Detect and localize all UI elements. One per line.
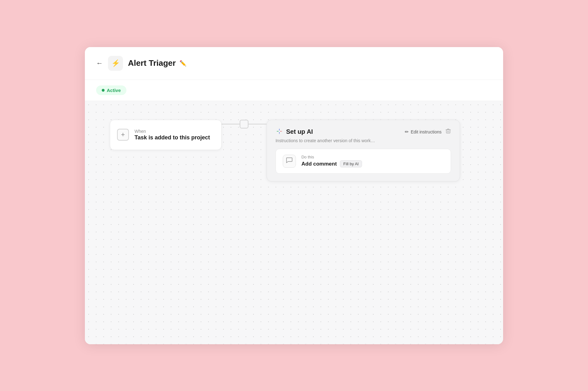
page-title: Alert Triager	[128, 58, 176, 68]
do-this-label: Do this	[301, 155, 362, 159]
edit-instructions-icon: ✏	[405, 129, 409, 135]
workflow-canvas: + When Task is added to this project	[85, 101, 503, 344]
trigger-action-label: Task is added to this project	[135, 134, 210, 141]
app-icon-box: ⚡	[108, 56, 123, 71]
add-icon: +	[121, 131, 125, 139]
ai-card: Set up AI ✏ Edit instructions	[267, 120, 460, 181]
back-button[interactable]: ←	[96, 59, 103, 67]
sparkle-icon	[276, 128, 283, 136]
connector-line-left	[222, 124, 240, 124]
ai-card-title-row: Set up AI	[276, 128, 313, 136]
trash-icon	[445, 129, 451, 135]
comment-icon-box	[283, 155, 296, 168]
trigger-card: + When Task is added to this project	[110, 120, 222, 150]
status-bar: Active	[85, 80, 503, 101]
app-window: ← ⚡ Alert Triager ✏️ Active + When Task …	[85, 47, 503, 344]
ai-card-actions: ✏ Edit instructions	[405, 128, 451, 135]
active-dot	[102, 89, 105, 92]
header: ← ⚡ Alert Triager ✏️	[85, 47, 503, 80]
ai-card-title: Set up AI	[286, 128, 313, 135]
do-this-card: Do this Add comment Fill by AI	[276, 149, 451, 174]
lightning-icon: ⚡	[111, 59, 120, 67]
add-trigger-button[interactable]: +	[117, 129, 129, 141]
title-edit-icon[interactable]: ✏️	[179, 60, 186, 67]
connector-box	[240, 120, 248, 128]
connector-line-right	[248, 124, 267, 124]
svg-rect-0	[446, 130, 450, 133]
do-this-content: Do this Add comment Fill by AI	[301, 155, 362, 167]
trigger-content: When Task is added to this project	[135, 129, 210, 141]
connector	[222, 120, 267, 128]
edit-instructions-label: Edit instructions	[411, 129, 442, 134]
fill-by-ai-badge: Fill by AI	[340, 160, 362, 167]
trigger-when-label: When	[135, 129, 210, 134]
ai-card-header: Set up AI ✏ Edit instructions	[276, 128, 451, 136]
back-icon: ←	[96, 59, 103, 67]
edit-instructions-button[interactable]: ✏ Edit instructions	[405, 129, 442, 135]
active-label: Active	[107, 88, 121, 93]
comment-icon	[286, 157, 293, 165]
delete-ai-card-button[interactable]	[445, 128, 451, 135]
active-badge: Active	[96, 85, 126, 95]
do-this-action-row: Add comment Fill by AI	[301, 160, 362, 167]
ai-description: Instructions to create another version o…	[276, 138, 451, 143]
do-this-action: Add comment	[301, 161, 337, 167]
